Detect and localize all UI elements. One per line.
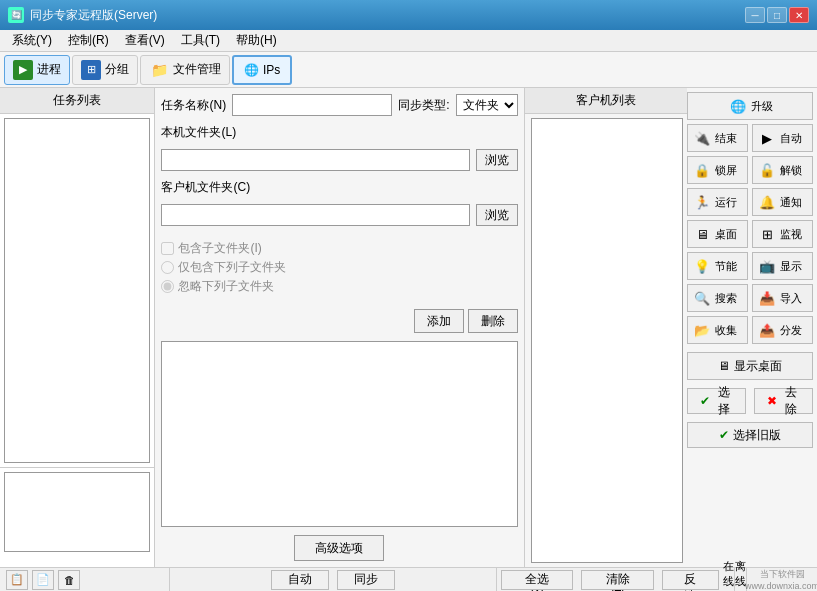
end-label: 结束: [715, 131, 737, 146]
desktop-monitor-row: 🖥 桌面 ⊞ 监视: [687, 220, 813, 248]
bottom-btn-3[interactable]: 🗑: [58, 570, 80, 590]
menu-view[interactable]: 查看(V): [117, 30, 173, 51]
upgrade-button[interactable]: 🌐 升级: [687, 92, 813, 120]
filemanager-label: 文件管理: [173, 61, 221, 78]
select-button[interactable]: ✔ 选择: [687, 388, 746, 414]
desktop-button[interactable]: 🖥 桌面: [687, 220, 748, 248]
subfolder-list[interactable]: [161, 341, 517, 527]
remove-button[interactable]: ✖ 去除: [754, 388, 813, 414]
select-remove-row: ✔ 选择 ✖ 去除: [687, 388, 813, 414]
unlock-icon: 🔓: [757, 160, 777, 180]
auto-button[interactable]: ▶ 自动: [752, 124, 813, 152]
search-button[interactable]: 🔍 搜索: [687, 284, 748, 312]
clear-button[interactable]: 清除(E): [581, 570, 653, 590]
middle-bottom: 自动 同步: [170, 568, 497, 591]
menu-help[interactable]: 帮助(H): [228, 30, 285, 51]
ips-icon: 🌐: [244, 63, 259, 77]
bottom-toolbar: 📋 📄 🗑 自动 同步 全选(A) 清除(E) 反选 在线 0 离线 0 当下软…: [0, 567, 817, 591]
end-icon: 🔌: [692, 128, 712, 148]
auto-icon: ▶: [757, 128, 777, 148]
show-desktop-label: 显示桌面: [734, 358, 782, 375]
client-list-area[interactable]: [531, 118, 684, 563]
select-old-label: 选择旧版: [733, 427, 781, 444]
end-auto-row: 🔌 结束 ▶ 自动: [687, 124, 813, 152]
left-panel: 任务列表: [0, 88, 155, 567]
lock-button[interactable]: 🔒 锁屏: [687, 156, 748, 184]
unlock-button[interactable]: 🔓 解锁: [752, 156, 813, 184]
left-bottom: 📋 📄 🗑: [0, 568, 170, 591]
add-button[interactable]: 添加: [414, 309, 464, 333]
import-button[interactable]: 📥 导入: [752, 284, 813, 312]
select-old-button[interactable]: ✔ 选择旧版: [687, 422, 813, 448]
toolbar-ips[interactable]: 🌐 IPs: [232, 55, 292, 85]
task-list-area[interactable]: [4, 118, 150, 463]
local-folder-input[interactable]: [161, 149, 469, 171]
only-include-radio[interactable]: [161, 261, 174, 274]
search-import-row: 🔍 搜索 📥 导入: [687, 284, 813, 312]
minimize-button[interactable]: ─: [745, 7, 765, 23]
local-browse-button[interactable]: 浏览: [476, 149, 518, 171]
sync-type-select[interactable]: 文件夹: [456, 94, 518, 116]
right-buttons: 🌐 升级 🔌 结束 ▶ 自动: [687, 88, 817, 567]
monitor-button[interactable]: ⊞ 监视: [752, 220, 813, 248]
bottom-btn-1[interactable]: 📋: [6, 570, 28, 590]
menu-control[interactable]: 控制(R): [60, 30, 117, 51]
toolbar-group[interactable]: ⊞ 分组: [72, 55, 138, 85]
energy-label: 节能: [715, 259, 737, 274]
client-folder-input[interactable]: [161, 204, 469, 226]
auto-sync-button[interactable]: 自动: [271, 570, 329, 590]
delete-button[interactable]: 删除: [468, 309, 518, 333]
right-main: 客户机列表 🌐 升级 🔌 结束: [525, 88, 818, 567]
watermark: 当下软件园www.downxia.com: [747, 568, 817, 591]
show-desktop-icon: 🖥: [718, 359, 730, 373]
energy-button[interactable]: 💡 节能: [687, 252, 748, 280]
title-text: 同步专家远程版(Server): [30, 7, 745, 24]
collect-button[interactable]: 📂 收集: [687, 316, 748, 344]
bottom-btn-2[interactable]: 📄: [32, 570, 54, 590]
notify-icon: 🔔: [757, 192, 777, 212]
advanced-button[interactable]: 高级选项: [294, 535, 384, 561]
menu-system[interactable]: 系统(Y): [4, 30, 60, 51]
run-label: 运行: [715, 195, 737, 210]
close-button[interactable]: ✕: [789, 7, 809, 23]
remove-x-icon: ✖: [767, 394, 777, 408]
show-desktop-row: 🖥 显示桌面: [687, 352, 813, 380]
title-bar: 🔄 同步专家远程版(Server) ─ □ ✕: [0, 0, 817, 30]
ignore-radio[interactable]: [161, 280, 174, 293]
run-notify-row: 🏃 运行 🔔 通知: [687, 188, 813, 216]
advanced-btn-row: 高级选项: [161, 535, 517, 561]
toolbar: ▶ 进程 ⊞ 分组 📁 文件管理 🌐 IPs: [0, 52, 817, 88]
end-button[interactable]: 🔌 结束: [687, 124, 748, 152]
title-buttons: ─ □ ✕: [745, 7, 809, 23]
select-all-button[interactable]: 全选(A): [501, 570, 573, 590]
distribute-button[interactable]: 📤 分发: [752, 316, 813, 344]
only-include-row: 仅包含下列子文件夹: [161, 259, 517, 276]
invert-button[interactable]: 反选: [662, 570, 719, 590]
toolbar-filemanager[interactable]: 📁 文件管理: [140, 55, 230, 85]
search-icon: 🔍: [692, 288, 712, 308]
client-browse-button[interactable]: 浏览: [476, 204, 518, 226]
include-subfolders-label: 包含子文件夹(I): [178, 240, 261, 257]
task-name-label: 任务名称(N): [161, 97, 226, 114]
sync-button[interactable]: 同步: [337, 570, 395, 590]
display-label: 显示: [780, 259, 802, 274]
display-button[interactable]: 📺 显示: [752, 252, 813, 280]
maximize-button[interactable]: □: [767, 7, 787, 23]
include-subfolders-checkbox[interactable]: [161, 242, 174, 255]
right-panel: 客户机列表 🌐 升级 🔌 结束: [525, 88, 818, 567]
distribute-label: 分发: [780, 323, 802, 338]
menu-bar: 系统(Y) 控制(R) 查看(V) 工具(T) 帮助(H): [0, 30, 817, 52]
only-include-label: 仅包含下列子文件夹: [178, 259, 286, 276]
local-folder-label: 本机文件夹(L): [161, 124, 236, 141]
show-desktop-button[interactable]: 🖥 显示桌面: [687, 352, 813, 380]
menu-tools[interactable]: 工具(T): [173, 30, 228, 51]
select-check-icon: ✔: [700, 394, 710, 408]
local-folder-input-row: 浏览: [161, 149, 517, 171]
task-name-input[interactable]: [232, 94, 392, 116]
import-label: 导入: [780, 291, 802, 306]
main-content: 任务列表 任务名称(N) 同步类型: 文件夹 本机文件夹(L) 浏览 客户机文件…: [0, 88, 817, 567]
run-button[interactable]: 🏃 运行: [687, 188, 748, 216]
notify-button[interactable]: 🔔 通知: [752, 188, 813, 216]
toolbar-process[interactable]: ▶ 进程: [4, 55, 70, 85]
filemanager-icon: 📁: [149, 60, 169, 80]
